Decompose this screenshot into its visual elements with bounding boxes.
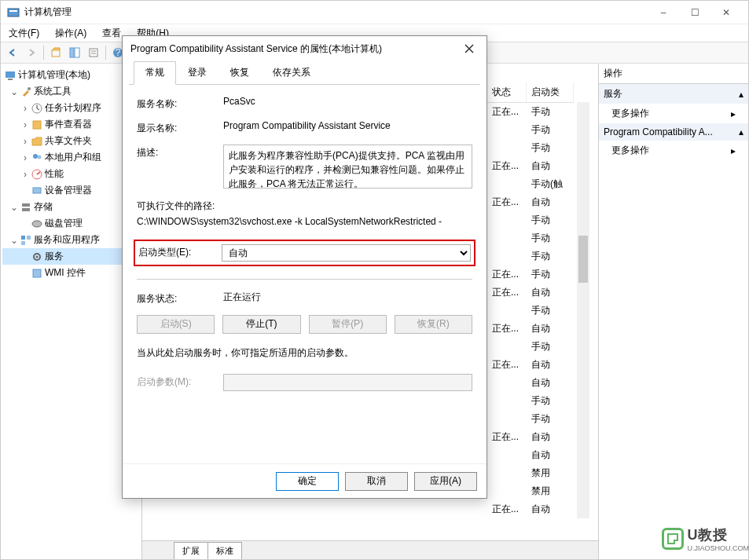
svg-rect-22 <box>21 236 25 240</box>
tree-servapps[interactable]: ⌄ 服务和应用程序 <box>2 232 140 248</box>
clock-icon <box>31 102 43 115</box>
list-row[interactable]: 正在...自动 <box>487 193 589 211</box>
cell-startup: 自动 <box>527 502 574 517</box>
expand-icon[interactable]: › <box>21 169 29 180</box>
list-row[interactable]: 正在...自动 <box>487 356 589 374</box>
expand-icon[interactable]: › <box>21 103 29 114</box>
tree-diskmgmt[interactable]: 磁盘管理 <box>2 215 140 232</box>
list-row[interactable]: 手动 <box>487 139 589 157</box>
list-row[interactable]: 自动 <box>487 446 589 464</box>
maximize-button[interactable]: ☐ <box>679 2 710 24</box>
up-button[interactable] <box>47 44 64 61</box>
tree-systools[interactable]: ⌄ 系统工具 <box>2 83 140 100</box>
vertical-scrollbar[interactable] <box>577 102 589 518</box>
tab-logon[interactable]: 登录 <box>176 61 218 84</box>
apply-button[interactable]: 应用(A) <box>414 472 477 491</box>
watermark-icon <box>662 528 684 550</box>
list-row[interactable]: 正在...自动 <box>487 157 589 175</box>
cell-startup: 禁用 <box>527 466 574 481</box>
tree-event[interactable]: › 事件查看器 <box>2 116 140 133</box>
cell-status <box>487 213 527 228</box>
tree-perf[interactable]: › 性能 <box>2 166 140 182</box>
folder-icon <box>31 135 43 148</box>
tree-services[interactable]: 服务 <box>2 248 140 265</box>
list-row[interactable]: 手动(触 <box>487 175 589 193</box>
tree-task[interactable]: › 任务计划程序 <box>2 100 140 116</box>
list-row[interactable]: 正在...自动 <box>487 320 589 338</box>
tab-recovery[interactable]: 恢复 <box>218 61 261 84</box>
wmi-icon <box>31 267 43 280</box>
nav-tree[interactable]: 计算机管理(本地) ⌄ 系统工具 › 任务计划程序 › 事件查看器 › 共享文件… <box>1 64 142 559</box>
svg-rect-27 <box>33 269 41 277</box>
list-row[interactable]: 手动 <box>487 229 589 247</box>
device-icon <box>31 185 43 197</box>
cell-status <box>487 339 527 354</box>
list-row[interactable]: 手动 <box>487 410 589 428</box>
actions-group-selected[interactable]: Program Compatibility A... ▴ <box>599 123 748 141</box>
stop-button[interactable]: 停止(T) <box>222 315 300 334</box>
resume-button: 恢复(R) <box>395 315 472 334</box>
tree-wmi[interactable]: WMI 控件 <box>2 265 140 281</box>
service-status-value: 正在运行 <box>223 291 472 304</box>
list-row[interactable]: 禁用 <box>487 482 589 500</box>
svg-rect-18 <box>33 188 41 193</box>
list-row[interactable]: 手动 <box>487 121 589 139</box>
dialog-close-button[interactable] <box>460 39 479 58</box>
list-row[interactable]: 正在...自动 <box>487 500 589 518</box>
minimize-button[interactable]: – <box>648 2 679 24</box>
description-box[interactable]: 此服务为程序兼容性助手(PCA)提供支持。PCA 监视由用户安装和运行的程序，并… <box>223 145 472 188</box>
collapse-icon[interactable]: ⌄ <box>10 235 18 246</box>
menu-action[interactable]: 操作(A) <box>52 25 90 42</box>
list-row[interactable]: 手动 <box>487 211 589 229</box>
svg-point-16 <box>38 155 42 159</box>
tree-root[interactable]: 计算机管理(本地) <box>2 67 140 83</box>
list-row[interactable]: 手动 <box>487 247 589 265</box>
tab-dependencies[interactable]: 依存关系 <box>261 61 322 84</box>
expand-icon[interactable]: › <box>21 119 29 130</box>
list-row[interactable]: 正在...手动 <box>487 265 589 284</box>
menu-file[interactable]: 文件(F) <box>6 25 42 42</box>
scrollbar-thumb[interactable] <box>578 236 588 283</box>
list-row[interactable]: 自动 <box>487 374 589 392</box>
expand-icon[interactable]: › <box>21 152 29 163</box>
cell-status <box>487 393 527 408</box>
ok-button[interactable]: 确定 <box>276 472 339 491</box>
tab-standard[interactable]: 标准 <box>207 542 242 559</box>
list-row[interactable]: 禁用 <box>487 464 589 482</box>
tab-general[interactable]: 常规 <box>134 61 176 85</box>
show-hide-tree-button[interactable] <box>66 44 83 61</box>
action-more-2[interactable]: 更多操作 ▸ <box>599 141 748 160</box>
cell-startup: 自动 <box>527 357 574 372</box>
collapse-icon[interactable]: ⌄ <box>10 202 18 213</box>
list-row[interactable]: 手动 <box>487 338 589 356</box>
list-row[interactable]: 正在...自动 <box>487 428 589 446</box>
menu-view[interactable]: 查看 <box>99 25 124 42</box>
list-row[interactable]: 正在...手动 <box>487 103 589 121</box>
col-startup[interactable]: 启动类 <box>527 82 574 103</box>
svg-rect-14 <box>33 121 41 129</box>
action-more-1[interactable]: 更多操作 ▸ <box>599 104 748 123</box>
tree-users[interactable]: › 本地用户和组 <box>2 149 140 166</box>
forward-button[interactable] <box>23 44 40 61</box>
expand-icon[interactable]: › <box>21 136 29 147</box>
tree-devmgr[interactable]: 设备管理器 <box>2 182 140 199</box>
startup-type-select[interactable]: 自动 <box>222 244 471 262</box>
svg-rect-10 <box>6 71 15 78</box>
cancel-button[interactable]: 取消 <box>345 472 408 491</box>
properties-button[interactable] <box>85 44 102 61</box>
tree-shared[interactable]: › 共享文件夹 <box>2 133 140 149</box>
svg-rect-23 <box>27 236 31 240</box>
list-row[interactable]: 手动 <box>487 302 589 320</box>
chevron-right-icon: ▸ <box>731 145 736 156</box>
close-button[interactable]: ✕ <box>710 2 742 24</box>
actions-group-services[interactable]: 服务 ▴ <box>599 84 748 104</box>
tab-extended[interactable]: 扩展 <box>174 542 208 559</box>
tree-storage[interactable]: ⌄ 存储 <box>2 199 140 215</box>
actions-header: 操作 <box>599 64 748 84</box>
col-status[interactable]: 状态 <box>487 82 527 103</box>
list-row[interactable]: 正在...自动 <box>487 284 589 302</box>
collapse-icon[interactable]: ⌄ <box>10 86 18 97</box>
cell-status: 正在... <box>487 285 527 300</box>
list-row[interactable]: 手动 <box>487 392 589 410</box>
back-button[interactable] <box>4 44 21 61</box>
